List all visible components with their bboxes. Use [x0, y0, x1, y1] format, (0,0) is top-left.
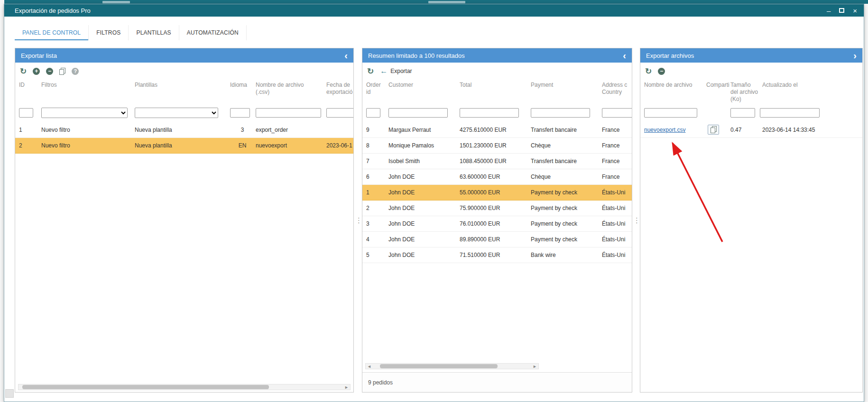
cell-country: France — [602, 138, 632, 153]
column-header-line: (.csv) — [256, 89, 325, 96]
horizontal-scrollbar[interactable]: ► — [18, 384, 351, 390]
cell-order-id: 2 — [366, 201, 388, 216]
filter-nombre-archivo-input[interactable] — [644, 108, 697, 118]
cell-order-id: 7 — [366, 154, 388, 169]
filter-actualizado-input[interactable] — [760, 108, 820, 118]
filter-id-input[interactable] — [19, 108, 33, 118]
cell-customer: John DOE — [388, 201, 459, 216]
column-header-filtros: Filtros — [41, 82, 134, 89]
export-list-filter-row — [15, 106, 353, 120]
help-icon[interactable]: ? — [72, 68, 79, 75]
order-row[interactable]: 3 John DOE 76.010000 EUR Payment by chec… — [362, 216, 632, 232]
copy-file-button[interactable] — [708, 125, 719, 135]
tab-filtros[interactable]: FILTROS — [89, 25, 129, 40]
scrollbar-thumb[interactable] — [380, 364, 498, 368]
window-titlebar[interactable]: Exportación de pedidos Pro – × — [4, 4, 864, 17]
scroll-right-icon[interactable]: ► — [533, 364, 537, 369]
cell-country: France — [602, 169, 632, 184]
column-header-line: Tamaño — [730, 82, 761, 89]
scroll-left-icon[interactable]: ◄ — [367, 364, 371, 369]
refresh-icon[interactable]: ↻ — [20, 67, 27, 75]
filter-nombre-input[interactable] — [256, 108, 321, 118]
filter-order-id-input[interactable] — [366, 108, 380, 118]
export-button-label: Exportar — [390, 68, 412, 74]
export-list-panel: Exportar lista ‹ ↻ + − ? ID Filtros Plan… — [15, 48, 354, 393]
cell-total: 4275.610000 EUR — [460, 122, 530, 137]
export-list-toolbar: ↻ + − ? — [15, 64, 353, 79]
cell-total: 1088.450000 EUR — [460, 154, 530, 169]
filter-total-input[interactable] — [460, 108, 519, 118]
scroll-right-icon[interactable]: ► — [344, 384, 349, 390]
summary-filter-row — [362, 106, 632, 120]
cell-payment: Payment by check — [531, 232, 601, 247]
filter-country-input[interactable] — [602, 108, 632, 118]
cell-customer: John DOE — [388, 247, 459, 263]
export-files-rows: nuevoexport.csv 0.47 2023-06-14 14:33:45 — [640, 122, 862, 138]
order-row[interactable]: 6 John DOE 63.600000 EUR Chèque France — [362, 169, 632, 185]
cell-customer: John DOE — [388, 169, 459, 184]
cell-file-size: 0.47 — [730, 122, 761, 137]
cell-country: États-Uni — [602, 201, 632, 216]
horizontal-scrollbar[interactable]: ◄ ► — [365, 363, 539, 369]
collapse-panel-icon[interactable]: ‹ — [623, 51, 626, 60]
minimize-button[interactable]: – — [827, 7, 831, 14]
cell-payment: Payment by check — [531, 185, 601, 200]
tab-plantillas[interactable]: PLANTILLAS — [129, 25, 179, 40]
cell-idioma: 3 — [230, 122, 255, 137]
filter-idioma-input[interactable] — [230, 108, 250, 118]
orders-count: 9 pedidos — [368, 379, 393, 386]
filter-tamano-input[interactable] — [730, 108, 755, 118]
cell-payment: Transfert bancaire — [531, 122, 601, 137]
cell-order-id: 6 — [366, 169, 388, 184]
add-icon[interactable]: + — [33, 68, 40, 75]
export-arrow-icon: ← — [380, 67, 388, 75]
filter-fecha-input[interactable] — [326, 108, 354, 118]
export-list-rows: 1 Nuevo filtro Nueva plantilla 3 export_… — [15, 122, 353, 154]
cell-country: États-Uni — [602, 232, 632, 247]
collapse-panel-icon[interactable]: ‹ — [344, 51, 348, 60]
cell-id: 2 — [19, 138, 40, 153]
maximize-button[interactable] — [839, 8, 844, 13]
filter-filtros-select[interactable] — [41, 108, 128, 118]
expand-panel-icon[interactable]: › — [853, 51, 857, 60]
cell-country: États-Uni — [602, 185, 632, 200]
order-row[interactable]: 7 Isobel Smith 1088.450000 EUR Transfert… — [362, 154, 632, 169]
order-row[interactable]: 4 John DOE 89.890000 EUR Payment by chec… — [362, 232, 632, 247]
column-header-line: Fecha de — [326, 82, 354, 89]
background-corner — [0, 0, 4, 4]
export-button[interactable]: ← Exportar — [380, 67, 412, 75]
column-header-total: Total — [460, 82, 530, 89]
order-row[interactable]: 2 John DOE 75.900000 EUR Payment by chec… — [362, 201, 632, 216]
filter-plantillas-select[interactable] — [135, 108, 218, 118]
panel-splitter-handle[interactable]: ⋮ — [355, 217, 362, 224]
export-files-column-headers: Nombre de archivo Comparti Tamaño del ar… — [640, 79, 862, 106]
filter-customer-input[interactable] — [388, 108, 448, 118]
order-row[interactable]: 5 John DOE 71.510000 EUR Bank wire États… — [362, 247, 632, 263]
cell-order-id: 3 — [366, 216, 388, 231]
scrollbar-thumb[interactable] — [22, 385, 269, 389]
order-row[interactable]: 9 Margaux Perraut 4275.610000 EUR Transf… — [362, 122, 632, 138]
file-link[interactable]: nuevoexport.csv — [644, 127, 685, 133]
close-button[interactable]: × — [853, 7, 857, 14]
panel-splitter-handle[interactable]: ⋮ — [633, 217, 640, 224]
cell-total: 55.000000 EUR — [460, 185, 530, 200]
cell-customer: Margaux Perraut — [388, 122, 459, 137]
refresh-icon[interactable]: ↻ — [367, 67, 374, 75]
cell-customer: Isobel Smith — [388, 154, 459, 169]
cell-filtro: Nuevo filtro — [41, 138, 134, 153]
export-list-row-selected[interactable]: 2 Nuevo filtro Nueva plantilla EN nuevoe… — [15, 138, 353, 154]
tab-panel-de-control[interactable]: PANEL DE CONTROL — [15, 25, 89, 40]
order-row-selected[interactable]: 1 John DOE 55.000000 EUR Payment by chec… — [362, 185, 632, 201]
column-header-customer: Customer — [388, 82, 459, 89]
export-list-row[interactable]: 1 Nuevo filtro Nueva plantilla 3 export_… — [15, 122, 353, 138]
filter-payment-input[interactable] — [531, 108, 590, 118]
remove-icon[interactable]: − — [46, 68, 53, 75]
tab-bar: PANEL DE CONTROL FILTROS PLANTILLAS AUTO… — [15, 25, 247, 40]
column-header-line: Order — [366, 82, 388, 89]
refresh-icon[interactable]: ↻ — [645, 67, 652, 75]
tab-automatizacion[interactable]: AUTOMATIZACIÓN — [179, 25, 247, 40]
order-row[interactable]: 8 Monique Pamalos 1501.230000 EUR Chèque… — [362, 138, 632, 154]
duplicate-icon[interactable] — [59, 68, 65, 75]
remove-icon[interactable]: − — [658, 68, 665, 75]
export-file-row[interactable]: nuevoexport.csv 0.47 2023-06-14 14:33:45 — [640, 122, 862, 138]
